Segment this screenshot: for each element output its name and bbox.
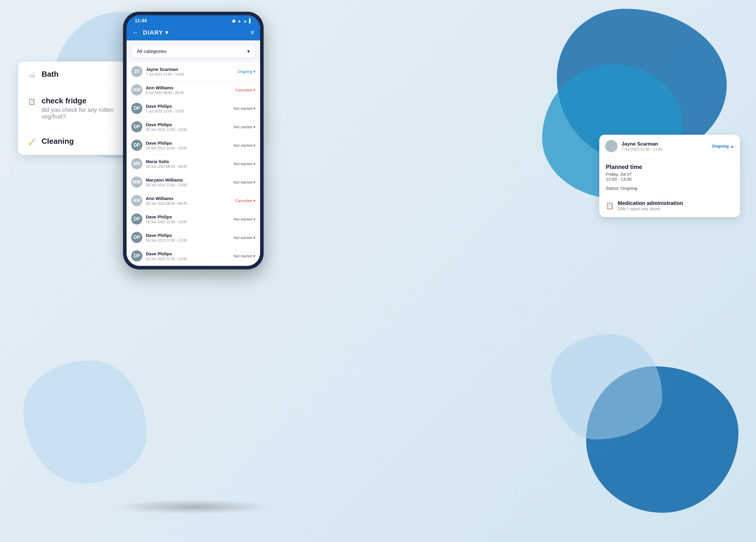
visit-time: 28 Jun 2023 08:00 - 08:45 — [146, 202, 232, 206]
visit-status-label: Not started — [233, 180, 252, 185]
visit-status: Cancelled ▾ — [235, 199, 255, 203]
visit-status: Not started ▾ — [233, 125, 255, 129]
visit-info: Ann Williams 5 Jul 2023 08:00 - 08:45 — [146, 85, 232, 95]
visit-status-chevron: ▾ — [253, 180, 255, 185]
bg-decoration-2 — [23, 360, 146, 483]
visit-name: Jayne Scarman — [146, 67, 234, 72]
visit-name: Dave Philips — [146, 251, 230, 256]
visit-avatar: DP — [131, 232, 142, 243]
dropdown-chevron: ▾ — [247, 48, 250, 54]
detail-avatar — [605, 140, 617, 152]
visit-item[interactable]: DP Dave Philips 30 Jun 2023 12:00 - 13:0… — [127, 118, 260, 136]
visit-status-chevron: ▾ — [253, 69, 255, 74]
visit-status: Not started ▾ — [233, 217, 255, 222]
task-item-cleaning[interactable]: 🧹 Cleaning — [18, 129, 141, 155]
detail-name-block: Jayne Scarman 7 Jul 2023 12:00 - 13:00 — [622, 141, 708, 151]
cleaning-title: Cleaning — [42, 137, 74, 146]
visit-info: Maria Solis 29 Jun 2023 08:00 - 08:45 — [146, 159, 230, 169]
visit-status-chevron: ▾ — [253, 162, 255, 166]
visit-avatar: AW — [131, 84, 142, 96]
menu-icon[interactable]: ≡ — [250, 29, 254, 36]
location-icon: ◉ — [232, 18, 235, 23]
visit-avatar: DP — [131, 140, 142, 151]
detail-header: Jayne Scarman 7 Jul 2023 12:00 - 13:00 O… — [599, 135, 740, 158]
visit-item[interactable]: AW Ann Williams 5 Jul 2023 08:00 - 08:45… — [127, 81, 260, 99]
visit-list: JS Jayne Scarman 7 Jul 2023 12:00 - 13:0… — [127, 62, 260, 266]
status-time: 11:44 — [135, 18, 147, 23]
visit-avatar: DP — [131, 103, 142, 114]
visit-info: Ann Williams 28 Jun 2023 08:00 - 08:45 — [146, 196, 232, 206]
visit-avatar: JS — [131, 66, 142, 77]
visit-time: 29 Jun 2023 08:00 - 08:45 — [146, 165, 230, 169]
task-item-check-fridge[interactable]: 📋 check fridge did you check for any rot… — [18, 88, 141, 129]
visit-status: Cancelled ▾ — [235, 88, 255, 92]
visit-avatar: DP — [131, 121, 142, 132]
task-content-check-fridge: check fridge did you check for any rotte… — [42, 96, 132, 120]
bath-icon: 🛁 — [27, 70, 36, 80]
check-fridge-icon: 📋 — [27, 97, 36, 106]
visit-status-chevron: ▾ — [253, 254, 255, 258]
visit-item[interactable]: JS Jayne Scarman 7 Jul 2023 12:00 - 13:0… — [127, 62, 260, 81]
phone-mockup: 11:44 ◉ ▲ ▲ ▌ ← DIARY ▾ ≡ All categories… — [123, 12, 264, 270]
visit-info: Dave Philips 26 Jun 2023 12:00 - 13:00 — [146, 214, 230, 224]
medication-icon: 📋 — [606, 202, 614, 210]
visit-avatar: AW — [131, 195, 142, 206]
cleaning-icon: 🧹 — [27, 137, 36, 147]
visit-name: Ann Williams — [146, 196, 232, 201]
visit-status-chevron: ▾ — [253, 236, 255, 240]
visit-status-label: Not started — [233, 162, 252, 166]
visit-status-label: Not started — [233, 143, 252, 148]
visit-status-chevron: ▾ — [253, 125, 255, 129]
detail-status-chevron: ▲ — [730, 144, 734, 149]
category-dropdown[interactable]: All categories ▾ — [131, 45, 255, 58]
visit-item[interactable]: DP Dave Philips 29 Jun 2023 12:00 - 13:0… — [127, 136, 260, 155]
check-fridge-subtitle: did you check for any rotten veg/fruit? — [42, 107, 132, 120]
visit-name: Dave Philips — [146, 122, 230, 127]
visit-item[interactable]: DP Dave Philips 26 Jun 2023 12:00 - 13:0… — [127, 210, 260, 229]
battery-icon: ▌ — [249, 18, 252, 23]
visit-item[interactable]: DP Dave Philips 24 Jun 2023 12:00 - 13:0… — [127, 229, 260, 247]
visit-time: 23 Jun 2023 12:00 - 13:00 — [146, 257, 230, 261]
visit-status-label: Not started — [233, 106, 252, 111]
visit-item[interactable]: MS Maria Solis 29 Jun 2023 08:00 - 08:45… — [127, 155, 260, 173]
visit-status-chevron: ▾ — [253, 217, 255, 222]
visit-info: Dave Philips 1 Jul 2023 12:00 - 13:00 — [146, 104, 230, 113]
visit-status: Not started ▾ — [233, 162, 255, 166]
medication-title: Medication administration — [618, 200, 683, 207]
visit-item[interactable]: MW Maryann Williams 28 Jun 2023 12:00 - … — [127, 173, 260, 192]
visit-time: 5 Jul 2023 08:00 - 08:45 — [146, 91, 232, 95]
visit-name: Dave Philips — [146, 104, 230, 109]
planned-time-date: Friday, Jul 07 — [606, 172, 733, 177]
visit-info: Dave Philips 24 Jun 2023 12:00 - 13:00 — [146, 233, 230, 243]
detail-card: Jayne Scarman 7 Jul 2023 12:00 - 13:00 O… — [599, 135, 740, 217]
planned-time-label: Planned time — [606, 164, 733, 171]
visit-status-chevron: ▾ — [253, 88, 255, 92]
visit-name: Maryann Williams — [146, 178, 230, 183]
visit-time: 1 Jul 2023 12:00 - 13:00 — [146, 109, 230, 113]
visit-item[interactable]: DP Dave Philips 1 Jul 2023 12:00 - 13:00… — [127, 99, 260, 118]
visit-status: Not started ▾ — [233, 106, 255, 111]
detail-status: Ongoing ▲ — [712, 144, 734, 149]
visit-time: 28 Jun 2023 12:00 - 13:00 — [146, 183, 230, 187]
visit-status-label: Not started — [233, 236, 252, 240]
diary-dropdown-icon: ▾ — [165, 29, 169, 36]
detail-time-small: 7 Jul 2023 12:00 - 13:00 — [622, 147, 708, 151]
visit-status-chevron: ▾ — [253, 143, 255, 148]
medication-subtitle: Didn`t report any doses — [618, 207, 683, 211]
visit-item[interactable]: DP Dave Philips 22 Jun 2023 12:00 - 13:0… — [127, 265, 260, 266]
visit-item[interactable]: AW Ann Williams 28 Jun 2023 08:00 - 08:4… — [127, 192, 260, 210]
visit-name: Ann Williams — [146, 85, 232, 90]
back-button[interactable]: ← — [132, 29, 139, 36]
visit-status: Not started ▾ — [233, 254, 255, 258]
visit-status: Not started ▾ — [233, 143, 255, 148]
visit-status-label: Cancelled — [235, 88, 252, 92]
visit-name: Dave Philips — [146, 141, 230, 146]
visit-time: 29 Jun 2023 12:00 - 13:00 — [146, 146, 230, 150]
task-item-bath[interactable]: 🛁 Bath — [18, 62, 141, 88]
visit-info: Dave Philips 29 Jun 2023 12:00 - 13:00 — [146, 141, 230, 150]
visit-name: Dave Philips — [146, 233, 230, 238]
visit-item[interactable]: DP Dave Philips 23 Jun 2023 12:00 - 13:0… — [127, 247, 260, 265]
visit-status: Not started ▾ — [233, 236, 255, 240]
visit-status: Ongoing ▾ — [238, 69, 255, 74]
visit-status: Not started ▾ — [233, 180, 255, 185]
